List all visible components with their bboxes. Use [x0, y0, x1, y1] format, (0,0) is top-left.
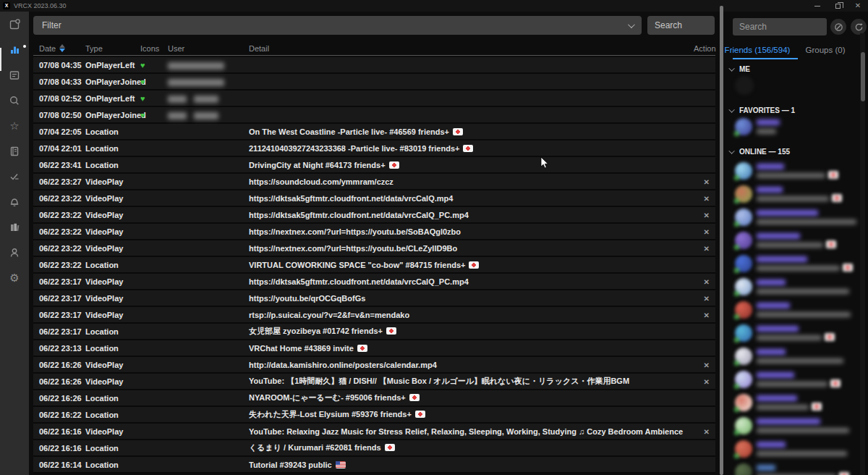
flag-jp-icon — [463, 145, 473, 152]
close-button[interactable]: ✕ — [848, 0, 868, 12]
gamelog-search-input[interactable] — [647, 16, 715, 35]
sidebar-item-profile[interactable] — [0, 240, 29, 265]
friend-list-item[interactable] — [735, 346, 862, 369]
friends-refresh-button[interactable] — [851, 19, 867, 35]
column-type[interactable]: Type — [85, 44, 140, 53]
me-avatar[interactable] — [735, 76, 754, 95]
friend-list-item[interactable] — [735, 300, 862, 323]
blurred-username — [168, 62, 224, 70]
friend-list-item[interactable] — [735, 161, 862, 184]
sidebar-item-playerlist[interactable] — [0, 62, 29, 88]
table-row[interactable]: 06/22 23:22VideoPlayhttps://dktsak5gftmt… — [33, 207, 715, 224]
sidebar-item-settings[interactable]: ⚙ — [0, 265, 29, 290]
sidebar-item-friendlog[interactable] — [0, 138, 29, 164]
friend-avatar — [735, 394, 752, 411]
friends-search-input[interactable] — [733, 18, 827, 35]
sidebar-item-search[interactable] — [0, 88, 29, 113]
table-row[interactable]: 06/22 23:13LocationVRChat Home #43869 in… — [33, 340, 715, 357]
detail-text: https://nextnex.com/?url=https://youtu.b… — [249, 227, 461, 236]
friend-list-item[interactable] — [735, 323, 862, 346]
table-row[interactable]: 06/22 16:26VideoPlayhttp://data.kamishir… — [33, 357, 715, 374]
delete-row-button[interactable]: ✕ — [704, 428, 710, 436]
maximize-button[interactable] — [827, 0, 848, 12]
sidebar-item-favorites[interactable]: ☆ — [0, 113, 29, 138]
panel-splitter[interactable] — [720, 6, 723, 475]
friend-list-item[interactable] — [735, 439, 862, 462]
friend-list-item[interactable] — [735, 207, 862, 230]
section-me[interactable]: ME — [731, 65, 750, 73]
online-status-dot — [734, 198, 739, 203]
delete-row-button[interactable]: ✕ — [704, 311, 710, 319]
sidebar-item-moderation[interactable] — [0, 164, 29, 189]
minimize-button[interactable] — [807, 0, 827, 12]
section-favorites[interactable]: FAVORITES — 1 — [731, 106, 795, 114]
friend-list-item[interactable] — [735, 369, 862, 392]
detail-text: 2112410403927243233368 -Particle live- #… — [249, 144, 459, 153]
delete-row-button[interactable]: ✕ — [704, 211, 710, 219]
delete-row-button[interactable]: ✕ — [704, 278, 710, 286]
column-detail[interactable]: Detail — [249, 44, 694, 53]
friend-list-item[interactable] — [735, 462, 862, 475]
friend-list-item[interactable] — [735, 184, 862, 207]
column-date[interactable]: Date — [39, 44, 56, 53]
sort-carets-icon[interactable] — [59, 44, 65, 52]
sidebar-item-charts[interactable] — [0, 214, 29, 240]
table-row[interactable]: 06/22 23:17VideoPlayhttps://youtu.be/qrO… — [33, 290, 715, 307]
delete-row-button[interactable]: ✕ — [704, 378, 710, 386]
table-row[interactable]: 06/22 16:16VideoPlayYouTube: Relaxing Ja… — [33, 424, 715, 440]
table-row[interactable]: 07/04 22:01Location211241040392724323336… — [33, 140, 715, 157]
table-row[interactable]: 07/08 04:35OnPlayerLeft♥ — [33, 57, 715, 74]
table-row[interactable]: 07/08 02:52OnPlayerLeft♥ — [33, 91, 715, 107]
table-row[interactable]: 06/22 23:17VideoPlayhttps://dktsak5gftmt… — [33, 274, 715, 290]
sidebar-item-gamelog[interactable] — [0, 37, 29, 62]
delete-row-button[interactable]: ✕ — [704, 228, 710, 236]
tab-groups[interactable]: Groups (0) — [791, 46, 859, 60]
delete-row-button[interactable]: ✕ — [704, 361, 710, 369]
blurred-friend-name — [757, 442, 786, 447]
table-row[interactable]: 06/22 23:22VideoPlayhttps://dktsak5gftmt… — [33, 190, 715, 207]
sidebar-item-notification[interactable] — [0, 189, 29, 214]
favorite-friend-item[interactable] — [735, 117, 862, 140]
table-row[interactable]: 06/22 23:17Location女児部屋 zyozibeya #01742… — [33, 324, 715, 340]
table-row[interactable]: 06/22 23:22VideoPlayhttps://nextnex.com/… — [33, 224, 715, 240]
table-row[interactable]: 07/08 04:33OnPlayerJoined♥ — [33, 74, 715, 91]
friend-list-item[interactable] — [735, 230, 862, 253]
delete-row-button[interactable]: ✕ — [704, 195, 710, 203]
friend-list-item[interactable] — [735, 416, 862, 439]
star-icon: ☆ — [9, 120, 19, 131]
table-row[interactable]: 06/22 23:22LocationVIRTUAL COWORKING SPA… — [33, 257, 715, 274]
delete-row-button[interactable]: ✕ — [704, 245, 710, 253]
table-row[interactable]: 06/22 16:26LocationNYAROOM-にゃーるーむ- #9500… — [33, 390, 715, 407]
table-row[interactable]: 06/22 16:26VideoPlayYouTube: 【1時間耐久】猫 / … — [33, 374, 715, 390]
friends-filter-button[interactable] — [830, 19, 846, 35]
cell-date: 06/22 16:26 — [33, 394, 85, 403]
table-row[interactable]: 06/22 16:14LocationTutorial #39243 publi… — [33, 457, 715, 474]
delete-row-button[interactable]: ✕ — [704, 178, 710, 186]
table-row[interactable]: 06/22 16:22Location失われた天界-Lost Elysium #… — [33, 407, 715, 424]
player-list-icon — [9, 70, 20, 81]
cell-date: 06/22 16:14 — [33, 461, 85, 469]
column-icons[interactable]: Icons — [140, 44, 168, 53]
table-row[interactable]: 07/08 02:50OnPlayerJoined♥ — [33, 107, 715, 124]
title-bar: X VRCX 2023.06.30 ✕ — [0, 0, 868, 12]
blurred-friend-name — [757, 372, 794, 378]
table-row[interactable]: 06/22 23:27VideoPlayhttps://soundcloud.c… — [33, 174, 715, 190]
column-user[interactable]: User — [168, 44, 249, 53]
table-row[interactable]: 07/04 22:05LocationOn The West Coastline… — [33, 124, 715, 140]
table-row[interactable]: 06/22 23:17VideoPlayrtsp://p.suicai.cyou… — [33, 307, 715, 324]
friends-scrollbar-thumb[interactable] — [861, 52, 865, 101]
cell-type: Location — [85, 261, 140, 269]
friend-list-item[interactable] — [735, 277, 862, 300]
cell-detail: On The West Coastline -Particle live- #4… — [249, 127, 694, 136]
table-row[interactable]: 06/22 16:16Locationくるまり / Kurumari #6208… — [33, 440, 715, 457]
flag-jp-icon — [825, 333, 835, 341]
delete-row-button[interactable]: ✕ — [704, 295, 710, 303]
friend-list-item[interactable] — [735, 253, 862, 277]
friend-list-item[interactable] — [735, 392, 862, 416]
sidebar-item-feed[interactable] — [0, 12, 29, 37]
filter-dropdown[interactable]: Filter — [33, 16, 642, 35]
flag-jp-icon — [415, 411, 425, 418]
table-row[interactable]: 06/22 23:22VideoPlayhttps://nextnex.com/… — [33, 240, 715, 257]
table-row[interactable]: 06/22 23:41LocationDrivingCity at Night … — [33, 157, 715, 174]
section-online[interactable]: ONLINE — 155 — [731, 148, 790, 156]
